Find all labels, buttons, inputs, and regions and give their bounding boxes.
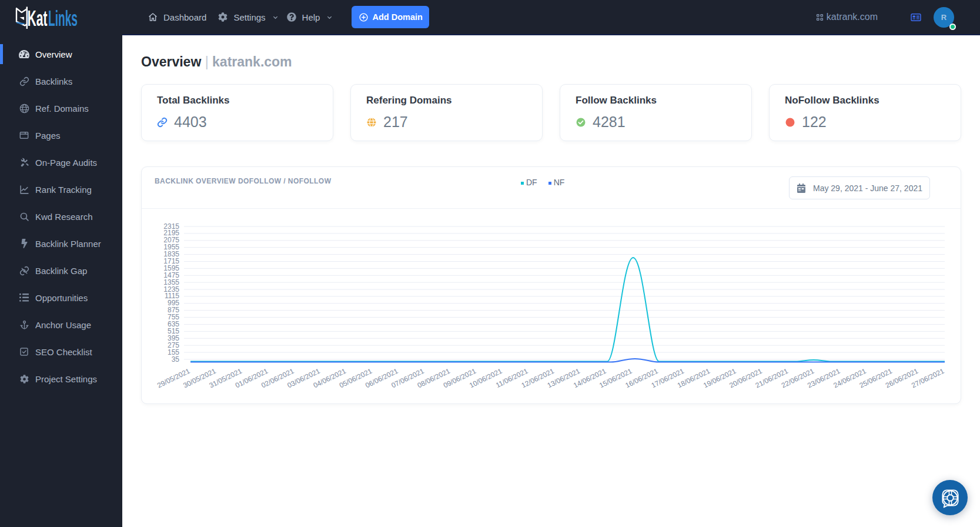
svg-text:Links: Links [48, 6, 78, 31]
svg-text:35: 35 [172, 355, 180, 363]
svg-text:Kat: Kat [28, 6, 48, 31]
